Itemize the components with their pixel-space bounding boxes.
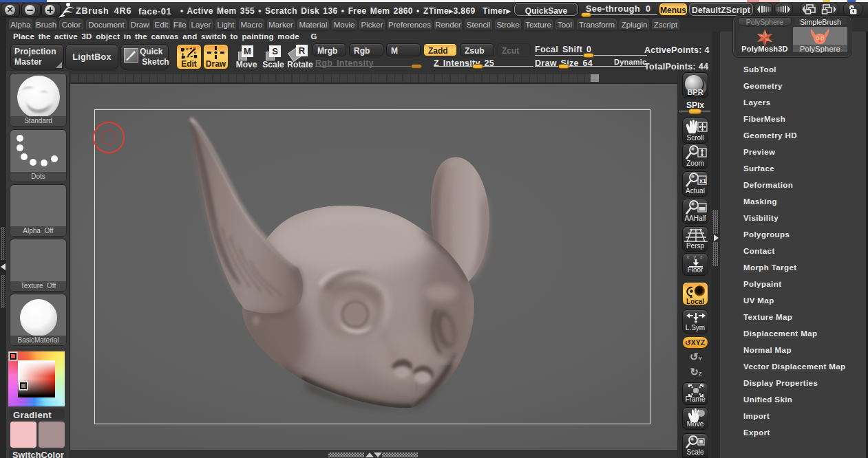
svg-text:x1: x1 — [699, 177, 706, 184]
